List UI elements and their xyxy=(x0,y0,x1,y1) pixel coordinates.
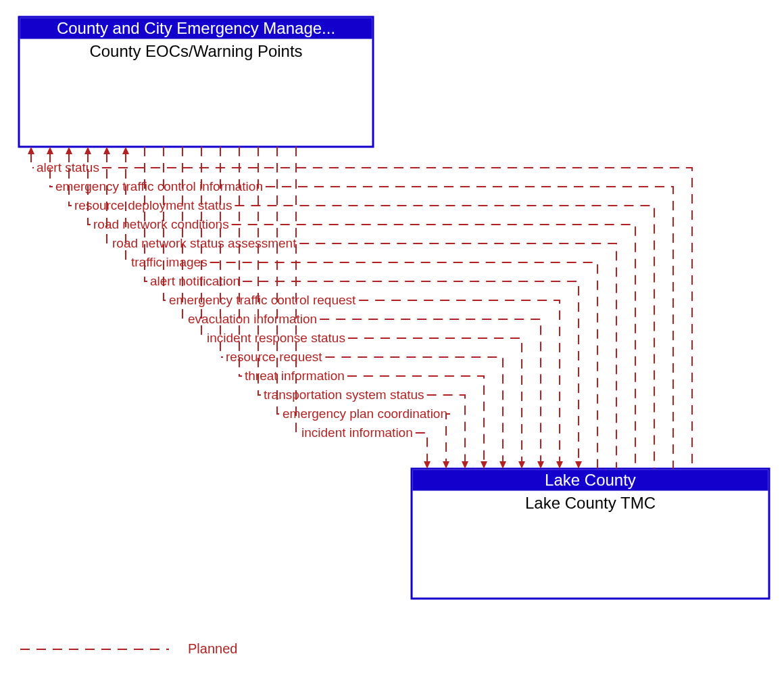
flow-emergency-plan-coordination: emergency plan coordination xyxy=(277,147,450,469)
arrow-down-icon xyxy=(575,461,582,469)
flow-label: evacuation information xyxy=(188,312,317,326)
arrow-up-icon xyxy=(47,147,53,154)
arrow-down-icon xyxy=(499,461,506,469)
diagram-svg: County and City Emergency Manage...Count… xyxy=(0,0,784,675)
flow-label: resource deployment status xyxy=(74,198,232,212)
arrow-up-icon xyxy=(122,147,129,154)
flow-label: incident information xyxy=(301,425,413,440)
diagram-stage: County and City Emergency Manage...Count… xyxy=(0,0,784,675)
legend: Planned xyxy=(20,641,237,656)
bottom-header-text: Lake County xyxy=(545,471,636,489)
arrow-down-icon xyxy=(424,461,431,469)
flow-label: resource request xyxy=(226,350,322,364)
arrow-down-icon xyxy=(518,461,525,469)
flow-label: traffic images xyxy=(131,255,207,269)
flow-label: emergency traffic control request xyxy=(169,293,356,307)
bottom-box: Lake CountyLake County TMC xyxy=(412,469,769,599)
bottom-body-text: Lake County TMC xyxy=(525,494,656,512)
arrow-up-icon xyxy=(66,147,72,154)
arrow-down-icon xyxy=(556,461,563,469)
flow-label: incident response status xyxy=(207,331,345,345)
arrow-down-icon xyxy=(481,461,487,469)
top-box: County and City Emergency Manage...Count… xyxy=(19,17,373,147)
flows-group: alert statusemergency traffic control in… xyxy=(28,147,692,469)
top-body-text: County EOCs/Warning Points xyxy=(89,42,302,60)
arrow-up-icon xyxy=(84,147,91,154)
flow-label: emergency plan coordination xyxy=(283,406,447,421)
flow-label: transportation system status xyxy=(264,388,424,402)
legend-label: Planned xyxy=(188,641,237,656)
flow-label: threat information xyxy=(245,369,345,383)
arrow-down-icon xyxy=(462,461,468,469)
top-header-text: County and City Emergency Manage... xyxy=(57,19,335,37)
flow-label: road network status assessment xyxy=(112,236,297,250)
arrow-down-icon xyxy=(443,461,449,469)
arrow-up-icon xyxy=(103,147,110,154)
flow-label: alert status xyxy=(36,160,99,174)
flow-label: emergency traffic control information xyxy=(55,179,263,193)
arrow-up-icon xyxy=(28,147,34,154)
arrow-down-icon xyxy=(537,461,544,469)
flow-label: road network conditions xyxy=(93,217,229,231)
